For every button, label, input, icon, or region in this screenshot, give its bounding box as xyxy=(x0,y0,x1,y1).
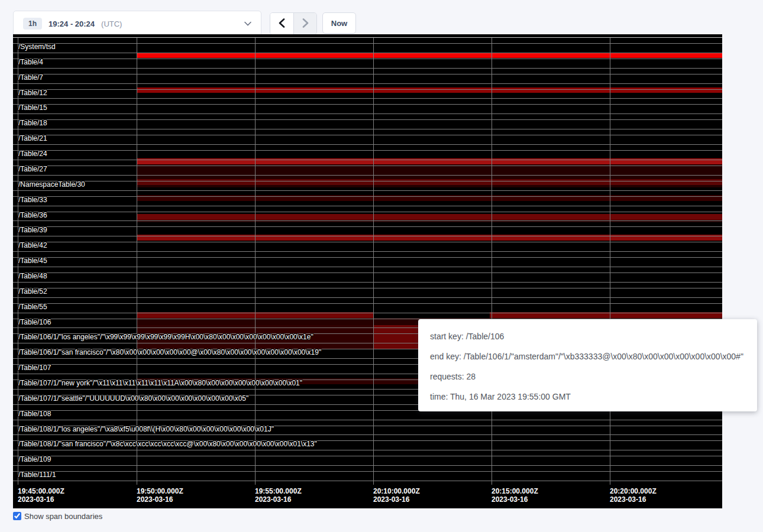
span-boundary-line xyxy=(13,74,722,74)
row-label: /Table/106/1/"los angeles"/"\x99\x99\x99… xyxy=(18,333,313,341)
time-nav-group xyxy=(270,12,317,35)
span-boundary-line xyxy=(13,119,722,120)
tooltip-end-key: end key: /Table/106/1/"amsterdam"/"\xb33… xyxy=(430,346,757,366)
span-boundary-line xyxy=(13,113,722,114)
row-label: /Table/109 xyxy=(18,456,51,463)
row-label: /Table/33 xyxy=(18,196,47,204)
row-label: /Table/42 xyxy=(18,242,47,249)
chevron-right-icon xyxy=(302,18,309,30)
range-text: 19:24 - 20:24 xyxy=(49,20,95,28)
span-boundary-line xyxy=(13,456,722,456)
span-boundary-line xyxy=(13,267,722,267)
row-label: /Table/12 xyxy=(18,89,47,97)
row-label: /Table/7 xyxy=(18,74,43,82)
axis-tick-date: 2023-03-16 xyxy=(137,495,173,504)
row-label: /Table/21 xyxy=(18,135,47,142)
span-boundary-line xyxy=(13,303,722,304)
span-boundary-line xyxy=(13,129,722,129)
axis-tick-time: 19:45:00.000Z xyxy=(18,487,64,495)
show-span-boundaries-label: Show span boundaries xyxy=(24,512,102,521)
span-boundary-line xyxy=(13,160,722,160)
span-boundary-line xyxy=(13,282,722,283)
time-range-selector[interactable]: 1h 19:24 - 20:24 (UTC) xyxy=(13,11,261,37)
span-boundary-line xyxy=(13,313,722,313)
span-boundary-line xyxy=(13,37,722,38)
show-span-boundaries-checkbox[interactable] xyxy=(13,512,21,520)
hover-tooltip: start key: /Table/106 end key: /Table/10… xyxy=(418,319,757,411)
tooltip-requests: requests: 28 xyxy=(430,366,757,387)
chevron-down-icon xyxy=(244,21,251,26)
axis-tick-time: 19:55:00.000Z xyxy=(255,487,302,495)
span-boundary-line xyxy=(13,150,722,151)
span-boundary-line xyxy=(13,257,722,258)
span-boundary-line xyxy=(13,236,722,236)
prev-range-button[interactable] xyxy=(270,13,293,34)
span-boundary-line xyxy=(13,83,722,84)
span-boundary-line xyxy=(13,242,722,242)
row-label: /Table/18 xyxy=(18,119,47,127)
span-boundary-line xyxy=(13,59,722,59)
span-boundary-line xyxy=(13,98,722,99)
row-label: /System/tsd xyxy=(18,43,56,51)
next-range-button[interactable] xyxy=(293,13,316,34)
span-boundary-line xyxy=(13,135,722,135)
axis-tick-time: 19:50:00.000Z xyxy=(137,487,183,495)
span-boundary-line xyxy=(13,273,722,273)
span-boundary-line xyxy=(13,104,722,105)
span-boundary-line xyxy=(13,481,722,481)
row-label: /Table/108 xyxy=(18,410,51,418)
span-boundary-line xyxy=(13,471,722,472)
axis-tick-date: 2023-03-16 xyxy=(492,495,528,504)
span-boundary-line xyxy=(13,251,722,252)
range-timezone: (UTC) xyxy=(101,20,122,28)
heat-band xyxy=(490,312,722,318)
span-boundary-line xyxy=(13,144,722,145)
span-boundary-line xyxy=(13,420,722,420)
span-boundary-line xyxy=(13,68,722,69)
heat-band xyxy=(137,164,722,179)
span-boundary-line xyxy=(13,181,722,181)
span-boundary-line xyxy=(13,288,722,288)
axis-tick-date: 2023-03-16 xyxy=(610,495,646,504)
axis-tick-time: 20:10:00.000Z xyxy=(373,487,420,495)
heat-band xyxy=(137,214,722,220)
heat-band xyxy=(137,185,722,187)
key-visualizer-canvas[interactable]: /System/tsd/Table/4/Table/7/Table/12/Tab… xyxy=(13,34,722,508)
row-label: /Table/27 xyxy=(18,166,47,173)
span-boundary-line xyxy=(13,166,722,166)
axis-tick-date: 2023-03-16 xyxy=(255,495,291,504)
row-label: /Table/45 xyxy=(18,257,47,265)
row-label: /Table/4 xyxy=(18,59,43,66)
span-boundary-line xyxy=(13,226,722,227)
span-boundary-line xyxy=(13,220,722,221)
row-label: /Table/15 xyxy=(18,104,47,112)
now-button[interactable]: Now xyxy=(322,12,356,34)
axis-tick-date: 2023-03-16 xyxy=(18,495,54,504)
span-boundary-line xyxy=(13,297,722,298)
axis-tick-time: 20:20:00.000Z xyxy=(610,487,657,495)
row-label: /Table/111/1 xyxy=(18,471,56,479)
axis-tick-date: 2023-03-16 xyxy=(373,495,409,504)
span-boundary-line xyxy=(13,434,722,435)
row-label: /Table/108/1/"los angeles"/"\xa8\xf5\u00… xyxy=(18,426,274,433)
row-label: /Table/55 xyxy=(18,303,47,311)
tooltip-time: time: Thu, 16 Mar 2023 19:55:00 GMT xyxy=(430,387,757,407)
heat-band xyxy=(137,53,722,58)
axis-tick-time: 20:15:00.000Z xyxy=(492,487,538,495)
span-boundary-line xyxy=(13,89,722,90)
row-label: /Table/39 xyxy=(18,226,47,234)
heat-band xyxy=(137,87,722,93)
row-label: /Table/36 xyxy=(18,212,47,219)
row-label: /Table/107/1/"new york"/"\x11\x11\x11\x1… xyxy=(18,379,302,387)
row-label: /NamespaceTable/30 xyxy=(18,181,85,189)
row-label: /Table/48 xyxy=(18,273,47,280)
span-boundary-line xyxy=(13,450,722,450)
span-boundary-line xyxy=(13,465,722,466)
span-boundary-line xyxy=(13,196,722,197)
span-boundary-line xyxy=(13,175,722,176)
span-boundary-line xyxy=(13,190,722,191)
row-label: /Table/106/1/"san francisco"/"\x80\x00\x… xyxy=(18,349,321,356)
span-boundary-line xyxy=(13,212,722,212)
tooltip-start-key: start key: /Table/106 xyxy=(430,326,757,346)
span-boundary-line xyxy=(13,206,722,206)
